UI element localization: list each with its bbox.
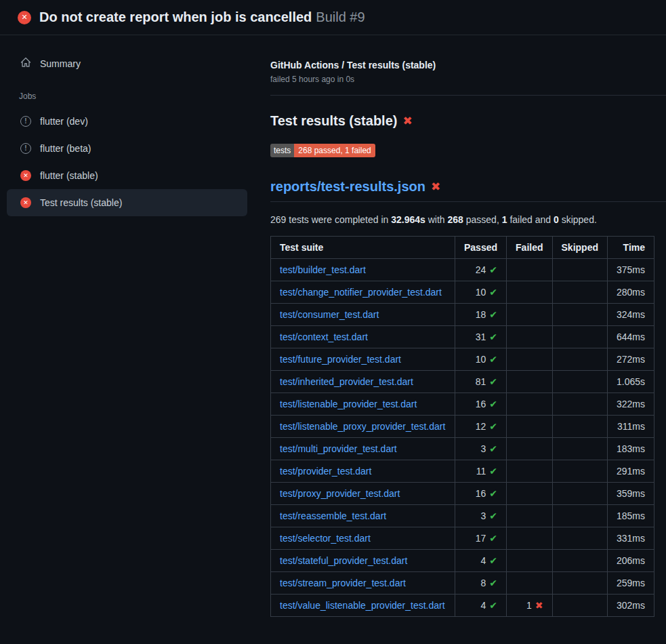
failed-cell <box>507 281 552 304</box>
failed-cell <box>507 527 552 550</box>
col-header-failed: Failed <box>507 237 552 259</box>
table-row: test/listenable_provider_test.dart16✔322… <box>271 393 654 416</box>
time-cell: 291ms <box>607 460 654 483</box>
test-suite-link[interactable]: test/reassemble_test.dart <box>280 510 386 521</box>
sidebar: Summary Jobs ! flutter (dev) ! flutter (… <box>0 35 254 230</box>
skipped-cell <box>552 572 607 595</box>
header: ✕ Do not create report when job is cance… <box>0 0 666 35</box>
passed-count: 3 <box>481 510 486 521</box>
passed-cell: 8✔ <box>455 572 507 595</box>
test-suite-link[interactable]: test/consumer_test.dart <box>280 309 379 320</box>
suite-cell: test/multi_provider_test.dart <box>271 438 455 460</box>
table-row: test/consumer_test.dart18✔324ms <box>271 304 654 326</box>
skipped-cell <box>552 304 607 326</box>
test-suite-link[interactable]: test/builder_test.dart <box>280 264 366 275</box>
passed-count: 81 <box>476 376 486 387</box>
passed-cell: 16✔ <box>455 483 507 505</box>
table-row: test/future_provider_test.dart10✔272ms <box>271 348 654 371</box>
time-cell: 206ms <box>607 550 654 572</box>
check-icon: ✔ <box>489 443 497 454</box>
sidebar-item-summary[interactable]: Summary <box>7 49 247 78</box>
passed-cell: 81✔ <box>455 371 507 393</box>
skipped-cell <box>552 281 607 304</box>
summary-text: passed, <box>463 214 502 225</box>
passed-cell: 11✔ <box>455 460 507 483</box>
passed-cell: 4✔ <box>455 595 507 617</box>
passed-count: 8 <box>481 578 486 588</box>
test-suite-link[interactable]: test/future_provider_test.dart <box>280 354 401 365</box>
suite-cell: test/inherited_provider_test.dart <box>271 371 455 393</box>
failed-cell <box>507 483 552 505</box>
sidebar-item-test-results-stable[interactable]: ✕ Test results (stable) <box>7 189 247 216</box>
skipped-cell <box>552 550 607 572</box>
passed-cell: 17✔ <box>455 527 507 550</box>
run-title: Do not create report when job is cancell… <box>39 9 312 24</box>
table-row: test/stream_provider_test.dart8✔259ms <box>271 572 654 595</box>
passed-count: 3 <box>481 443 486 454</box>
failed-count: 1 <box>526 600 532 611</box>
skipped-cell <box>552 326 607 348</box>
layout: Summary Jobs ! flutter (dev) ! flutter (… <box>0 35 666 617</box>
check-icon: ✔ <box>489 488 497 499</box>
failed-status-icon: ✕ <box>20 197 31 208</box>
time-cell: 272ms <box>607 348 654 371</box>
skipped-cell <box>552 259 607 281</box>
test-suite-link[interactable]: test/change_notifier_provider_test.dart <box>280 287 442 298</box>
sidebar-item-flutter-dev[interactable]: ! flutter (dev) <box>7 108 247 135</box>
check-icon: ✔ <box>489 354 497 365</box>
suite-cell: test/stateful_provider_test.dart <box>271 550 455 572</box>
test-suite-link[interactable]: test/listenable_provider_test.dart <box>280 399 417 409</box>
sidebar-item-label: flutter (dev) <box>40 116 88 127</box>
failed-cell <box>507 393 552 416</box>
suite-cell: test/selector_test.dart <box>271 527 455 550</box>
time-cell: 331ms <box>607 527 654 550</box>
passed-cell: 10✔ <box>455 281 507 304</box>
test-suite-link[interactable]: test/stream_provider_test.dart <box>280 578 406 588</box>
passed-count: 4 <box>481 555 486 566</box>
test-suite-link[interactable]: test/stateful_provider_test.dart <box>280 555 407 566</box>
run-failed-icon: ✕ <box>18 11 31 24</box>
sidebar-item-flutter-stable[interactable]: ✕ flutter (stable) <box>7 162 247 189</box>
summary-passed-count: 268 <box>448 214 463 225</box>
test-suite-link[interactable]: test/value_listenable_provider_test.dart <box>280 600 445 611</box>
suite-cell: test/builder_test.dart <box>271 259 455 281</box>
neutral-status-icon: ! <box>20 116 31 127</box>
test-suite-link[interactable]: test/inherited_provider_test.dart <box>280 376 413 387</box>
table-row: test/multi_provider_test.dart3✔183ms <box>271 438 654 460</box>
sidebar-item-flutter-beta[interactable]: ! flutter (beta) <box>7 135 247 162</box>
sidebar-item-label: Test results (stable) <box>40 197 122 208</box>
failed-cell <box>507 572 552 595</box>
table-row: test/value_listenable_provider_test.dart… <box>271 595 654 617</box>
breadcrumb: GitHub Actions / Test results (stable) <box>270 60 666 71</box>
check-icon: ✔ <box>489 331 497 342</box>
skipped-cell <box>552 595 607 617</box>
test-suite-link[interactable]: test/selector_test.dart <box>280 533 371 544</box>
suite-cell: test/stream_provider_test.dart <box>271 572 455 595</box>
neutral-status-icon: ! <box>20 143 31 154</box>
passed-cell: 4✔ <box>455 550 507 572</box>
failed-cell <box>507 348 552 371</box>
passed-cell: 10✔ <box>455 348 507 371</box>
check-icon: ✔ <box>489 555 497 566</box>
time-cell: 324ms <box>607 304 654 326</box>
report-link[interactable]: reports/test-results.json <box>270 179 425 195</box>
test-suite-link[interactable]: test/context_test.dart <box>280 331 368 342</box>
passed-count: 16 <box>476 488 486 499</box>
summary-text: 269 tests were completed in <box>270 214 391 225</box>
table-header-row: Test suite Passed Failed Skipped Time <box>271 237 654 259</box>
results-table: Test suite Passed Failed Skipped Time te… <box>270 236 654 617</box>
test-suite-link[interactable]: test/multi_provider_test.dart <box>280 443 397 454</box>
test-suite-link[interactable]: test/listenable_proxy_provider_test.dart <box>280 421 445 432</box>
time-cell: 280ms <box>607 281 654 304</box>
skipped-cell <box>552 393 607 416</box>
col-header-skipped: Skipped <box>552 237 607 259</box>
test-suite-link[interactable]: test/provider_test.dart <box>280 466 371 477</box>
badge-value: 268 passed, 1 failed <box>294 144 375 157</box>
app-root: ✕ Do not create report when job is cance… <box>0 0 666 617</box>
suite-cell: test/listenable_provider_test.dart <box>271 393 455 416</box>
failed-cell <box>507 326 552 348</box>
test-suite-link[interactable]: test/proxy_provider_test.dart <box>280 488 400 499</box>
passed-cell: 12✔ <box>455 416 507 438</box>
passed-count: 12 <box>476 421 486 432</box>
passed-cell: 3✔ <box>455 438 507 460</box>
